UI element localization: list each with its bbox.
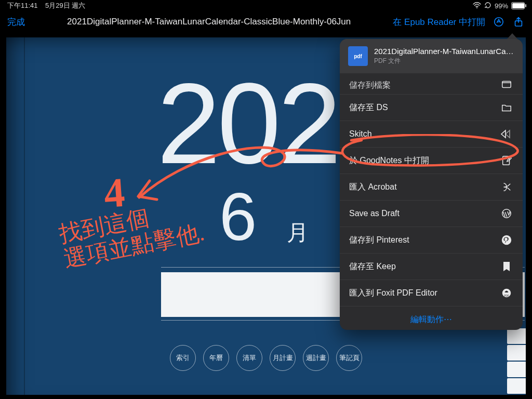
pinterest-icon <box>500 233 513 247</box>
side-tab[interactable] <box>507 378 526 394</box>
share-action-skitch[interactable]: Skitch <box>340 121 523 148</box>
pdf-thumb-icon: pdf <box>348 46 368 66</box>
share-actions-list[interactable]: 儲存到檔案 儲存至 DS Skitch 於 GoodNotes 中打開 匯入 A… <box>340 75 523 330</box>
svg-point-0 <box>476 7 477 8</box>
share-button[interactable] <box>512 16 525 28</box>
share-action-wordpress[interactable]: Save as Draft <box>340 201 523 227</box>
cover-year: 202 <box>157 58 338 190</box>
share-action-label: 於 GoodNotes 中打開 <box>349 155 429 166</box>
status-date: 5月29日 週六 <box>45 2 85 9</box>
svg-point-6 <box>502 235 511 245</box>
share-action-save-ds[interactable]: 儲存至 DS <box>340 95 523 121</box>
share-action-acrobat[interactable]: 匯入 Acrobat <box>340 174 523 201</box>
foxit-icon: PDF <box>500 286 513 300</box>
battery-icon <box>511 2 525 9</box>
svg-text:PDF: PDF <box>504 295 509 297</box>
share-action-label: Save as Draft <box>349 209 400 218</box>
open-in-button[interactable]: 在 Epub Reader 中打開 <box>393 16 485 28</box>
share-action-keep[interactable]: 儲存至 Keep <box>340 254 523 280</box>
nav-monthly[interactable]: 月計畫 <box>270 345 296 371</box>
status-bar: 下午11:41 5月29日 週六 99% <box>0 0 532 11</box>
folder-icon <box>500 77 513 91</box>
share-action-save-files[interactable]: 儲存到檔案 <box>340 75 523 95</box>
planner-nav: 索引 年曆 清單 月計畫 週計畫 筆記頁 <box>6 345 526 371</box>
edit-note-icon <box>500 154 513 167</box>
share-action-label: Skitch <box>349 129 372 139</box>
status-right: 99% <box>473 2 525 10</box>
sync-icon <box>484 2 491 10</box>
wifi-icon <box>473 2 481 10</box>
cover-month-label: 月 <box>287 218 309 247</box>
status-left: 下午11:41 5月29日 週六 <box>7 1 85 10</box>
skitch-icon <box>500 127 513 141</box>
share-action-label: 儲存到檔案 <box>349 80 391 91</box>
document-title: 2021DigitalPlanner-M-TaiwanLunarCalendar… <box>32 17 385 27</box>
share-action-pinterest[interactable]: 儲存到 Pinterest <box>340 227 523 254</box>
share-sheet: pdf 2021DigitalPlanner-M-TaiwanLunarCale… <box>340 39 523 330</box>
bookmark-icon <box>500 260 513 273</box>
share-action-label: 儲存至 DS <box>349 102 388 113</box>
side-tab[interactable] <box>507 362 526 377</box>
wordpress-icon <box>500 207 513 220</box>
share-file-type: PDF 文件 <box>374 57 514 65</box>
nav-index[interactable]: 索引 <box>170 345 196 371</box>
cover-month-number: 6 <box>219 178 257 256</box>
nav-list[interactable]: 清單 <box>236 345 262 371</box>
share-action-label: 儲存至 Keep <box>349 261 396 272</box>
done-button[interactable]: 完成 <box>7 16 25 28</box>
folder-open-icon <box>500 101 513 114</box>
share-action-label: 匯入到 Foxit PDF Editor <box>349 288 437 299</box>
acrobat-icon <box>500 180 513 194</box>
nav-year[interactable]: 年曆 <box>203 345 229 371</box>
share-action-label: 匯入 Acrobat <box>349 182 397 193</box>
svg-rect-3 <box>502 82 511 88</box>
side-tab[interactable] <box>507 345 526 361</box>
side-tab[interactable] <box>507 328 526 344</box>
edit-actions-button[interactable]: 編輯動作⋯ <box>340 307 523 330</box>
share-action-foxit[interactable]: 匯入到 Foxit PDF Editor PDF <box>340 280 523 307</box>
nav-notes[interactable]: 筆記頁 <box>336 345 362 371</box>
share-header: pdf 2021DigitalPlanner-M-TaiwanLunarCale… <box>340 39 523 73</box>
status-time: 下午11:41 <box>7 2 38 9</box>
nav-weekly[interactable]: 週計畫 <box>303 345 329 371</box>
toolbar: 完成 2021DigitalPlanner-M-TaiwanLunarCalen… <box>0 11 532 32</box>
side-tabs <box>507 328 526 395</box>
share-file-name: 2021DigitalPlanner-M-TaiwanLunarCale… <box>374 47 514 56</box>
share-action-goodnotes[interactable]: 於 GoodNotes 中打開 <box>340 148 523 174</box>
battery-percent: 99% <box>495 2 508 10</box>
share-action-label: 儲存到 Pinterest <box>349 235 409 246</box>
markup-button[interactable] <box>493 16 505 28</box>
